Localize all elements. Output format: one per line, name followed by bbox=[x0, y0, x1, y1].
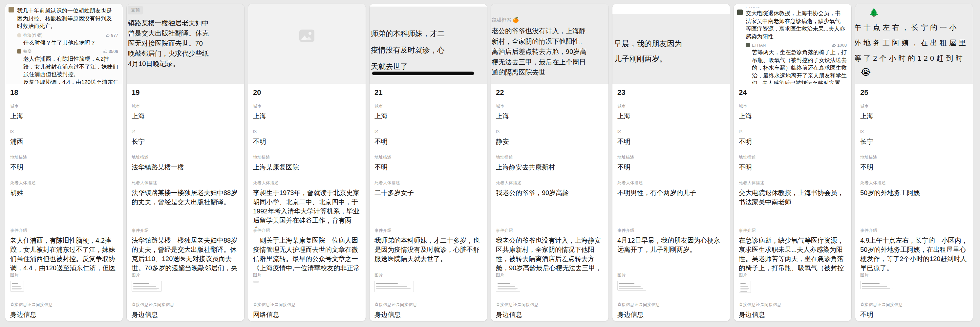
field-label-city: 城市 bbox=[132, 104, 239, 109]
reply-like-count: 1008 bbox=[832, 43, 848, 48]
gallery-card-22[interactable]: 鼠甜橙酱 🍊老公的爷爷也没有计入，上海静 新村，全家阴的情况下他阳性。 离酒店后… bbox=[491, 4, 608, 321]
redaction-bar bbox=[372, 72, 474, 75]
field-value-city: 上海 bbox=[496, 111, 603, 121]
thumbnail-text-line bbox=[133, 290, 157, 290]
reply-item: 柿油(作者)977什么时候？生了其他疾病吗？ bbox=[17, 32, 119, 47]
gallery-card-18[interactable]: 我几十年前就认识的一位胡姓朋友也是因为封控、核酸检测等原因没有得到及时救治而死亡… bbox=[5, 4, 123, 321]
screenshot-white-band bbox=[369, 4, 487, 6]
like-count-value: 977 bbox=[111, 33, 118, 38]
field-label-info-type: 直接信息还是间接信息 bbox=[739, 302, 846, 308]
image-thumbnail-area bbox=[374, 281, 482, 302]
thumbnail-text-line bbox=[740, 285, 749, 286]
field-value-deceased: 不明男性，有个两岁的儿子 bbox=[617, 188, 725, 228]
field-label-district: 区 bbox=[739, 129, 846, 135]
field-label-deceased: 死者大体描述 bbox=[132, 180, 239, 186]
field-value-event: 法华镇路某楼一楼独居老夫妇中88岁的丈夫，曾经是交大出版社翻译。休克后110、1… bbox=[132, 236, 239, 273]
reply-author-name: 柿油(作者) bbox=[23, 32, 104, 38]
card-number: 18 bbox=[10, 88, 118, 97]
field-value-district: 不明 bbox=[617, 137, 725, 146]
reply-text: 老人住浦西，有陈旧性脑梗，4.2摔跤，女儿被封在浦东过不了江，妹妹们虽住浦西但也… bbox=[23, 55, 119, 84]
image-thumbnail bbox=[860, 281, 893, 289]
card-number: 20 bbox=[253, 88, 361, 97]
field-label-district: 区 bbox=[617, 129, 725, 135]
field-label-district: 区 bbox=[132, 129, 239, 135]
reply-avatar bbox=[17, 33, 21, 37]
field-value-district: 不明 bbox=[374, 137, 482, 146]
image-thumbnail bbox=[496, 281, 520, 292]
field-label-info-type: 直接信息还是间接信息 bbox=[496, 302, 603, 308]
field-value-deceased: 交大电院退休教授，上海书协会员，书法家吴中南老师 bbox=[739, 188, 846, 228]
card-body: 18 城市 上海 区 浦西 地址描述 不明 死者大体描述 胡姓 事件介绍 老人住… bbox=[5, 84, 123, 319]
gallery-card-19[interactable]: 置顶镇路某楼一楼独居老夫妇中 曾是交大出版社翻译。休克 医无对接医院而去世。70… bbox=[127, 4, 244, 321]
field-value-district: 长宁 bbox=[132, 137, 239, 146]
image-thumbnail-area bbox=[860, 281, 968, 302]
field-label-address: 地址描述 bbox=[860, 155, 968, 160]
field-value-address: 上海静安去共康新村 bbox=[496, 163, 603, 172]
field-label-deceased: 死者大体描述 bbox=[739, 180, 846, 186]
field-value-address: 法华镇路某楼一楼 bbox=[132, 163, 239, 172]
card-body: 19 城市 上海 区 长宁 地址描述 法华镇路某楼一楼 死者大体描述 法华镇路某… bbox=[127, 84, 244, 319]
gallery-card-24[interactable]: ETHAN交大电院退休教授，上海书协会员，书法家吴中南老师在急诊病逝，缺少氧气等… bbox=[734, 4, 851, 321]
commenter-name-text: ETHAN bbox=[746, 7, 848, 9]
thumbnail-text-line bbox=[12, 283, 18, 284]
field-label-deceased: 死者大体描述 bbox=[617, 180, 725, 186]
field-value-address: 上海某康复医院 bbox=[253, 163, 361, 172]
card-cover-image: 早晨，我的朋友因为 儿子刚刚两岁。 bbox=[612, 4, 730, 84]
field-label-info-type: 直接信息还是间接信息 bbox=[132, 302, 239, 308]
commenter-avatar bbox=[8, 7, 14, 13]
image-thumbnail bbox=[617, 281, 646, 290]
field-label-event: 事件介绍 bbox=[10, 228, 118, 233]
field-label-info-type: 直接信息还是间接信息 bbox=[617, 302, 725, 308]
image-thumbnail bbox=[253, 281, 259, 283]
thumbnail-text-line bbox=[498, 288, 517, 289]
thumbnail-text-line bbox=[862, 285, 889, 286]
card-cover-image: 置顶镇路某楼一楼独居老夫妇中 曾是交大出版社翻译。休克 医无对接医院而去世。70… bbox=[127, 4, 244, 84]
field-value-info-type: 身边信息 bbox=[496, 310, 603, 319]
reply-header: 敏宴3506 bbox=[17, 49, 119, 54]
field-value-city: 上海 bbox=[253, 111, 361, 121]
thumbnail-text-line bbox=[498, 286, 515, 287]
reply-like-count: 977 bbox=[106, 33, 119, 38]
image-thumbnail bbox=[132, 281, 162, 292]
reply-text: 苦等两天，坐在急诊角落的椅子上，打吊瓶、吸氧气（被封控的子女设法送去的，杯水车薪… bbox=[752, 49, 848, 84]
screenshot-text: 早晨，我的朋友因为 儿子刚刚两岁。 bbox=[614, 36, 682, 66]
field-label-address: 地址描述 bbox=[374, 155, 482, 160]
gallery-card-23[interactable]: 早晨，我的朋友因为 儿子刚刚两岁。 23 城市 上海 区 不明 地址描述 不明 … bbox=[612, 4, 730, 321]
pinned-badge: 置顶 bbox=[128, 6, 143, 14]
thumbnail-text-line bbox=[619, 283, 635, 284]
thumbnail-text-line bbox=[133, 286, 156, 287]
image-thumbnail-area bbox=[132, 281, 239, 302]
wechat-comment-screenshot: ETHAN交大电院退休教授，上海书协会员，书法家吴中南老师在急诊病逝，缺少氧气等… bbox=[734, 4, 851, 84]
reply-header: 柿油(作者)977 bbox=[17, 32, 119, 38]
broken-image-placeholder-icon bbox=[299, 30, 314, 42]
card-cover-image: 🌲午十点左右，长宁的一小 外地务工阿姨，在出租屋里 等了2个小时的120赶到时😭 bbox=[855, 4, 973, 84]
field-label-deceased: 死者大体描述 bbox=[860, 180, 968, 186]
field-value-event: 4.9上午十点左右，长宁的一小区内，50岁的外地务工阿姨，在出租屋里心梗发作，等… bbox=[860, 236, 968, 273]
screenshot-white-band bbox=[612, 4, 730, 14]
gallery-card-20[interactable]: 20 城市 上海 区 不明 地址描述 上海某康复医院 死者大体描述 李昶生于19… bbox=[248, 4, 366, 321]
card-cover-image bbox=[248, 4, 366, 84]
image-thumbnail-area bbox=[739, 281, 846, 302]
thumbnail-text-line bbox=[498, 290, 516, 290]
field-label-district: 区 bbox=[860, 129, 968, 135]
card-number: 22 bbox=[496, 88, 603, 97]
field-label-city: 城市 bbox=[617, 104, 725, 109]
field-value-city: 上海 bbox=[739, 111, 846, 121]
field-value-address: 不明 bbox=[739, 163, 846, 172]
thumbnail-text-line bbox=[133, 285, 158, 286]
card-number: 25 bbox=[860, 88, 968, 97]
thumbnail-text-line bbox=[12, 288, 22, 289]
thumbnail-text-line bbox=[12, 285, 21, 286]
like-count-value: 1008 bbox=[837, 43, 847, 48]
field-value-deceased: 二十多岁女子 bbox=[374, 188, 482, 228]
reply-author-name: 敏宴 bbox=[23, 49, 102, 54]
tree-emoji: 🌲 bbox=[869, 8, 879, 17]
field-label-image: 图片 bbox=[132, 273, 239, 278]
gallery-card-21[interactable]: 师弟的本科师妹，才二 疫情没有及时就诊，心 天就去世了 21 城市 上海 区 不… bbox=[369, 4, 487, 321]
gallery-card-25[interactable]: 🌲午十点左右，长宁的一小 外地务工阿姨，在出租屋里 等了2个小时的120赶到时😭… bbox=[855, 4, 973, 321]
comment-replies: ETHAN1008苦等两天，坐在急诊角落的椅子上，打吊瓶、吸氧气（被封控的子女设… bbox=[746, 43, 848, 84]
thumbs-up-like-icon bbox=[106, 33, 110, 37]
screenshot-text: 师弟的本科师妹，才二 疫情没有及时就诊，心 天就去世了 bbox=[371, 26, 445, 75]
image-thumbnail-area bbox=[496, 281, 603, 302]
reply-like-count: 3506 bbox=[103, 49, 119, 54]
